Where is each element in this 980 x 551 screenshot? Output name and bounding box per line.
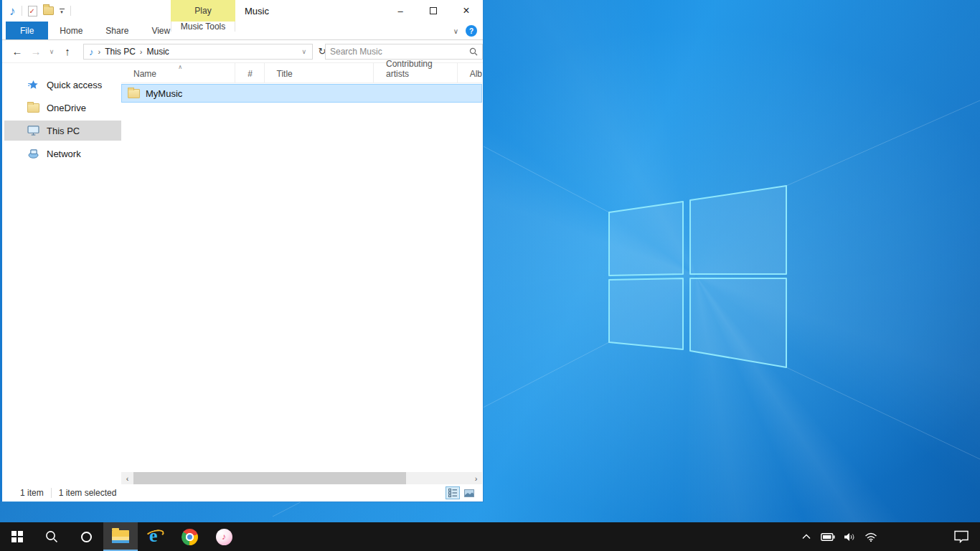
file-explorer-icon bbox=[112, 530, 129, 543]
file-explorer-taskbar-button[interactable] bbox=[103, 522, 138, 551]
taskbar-search-button[interactable] bbox=[34, 522, 69, 551]
chrome-button[interactable] bbox=[172, 522, 207, 551]
itunes-button[interactable]: ♪ bbox=[207, 522, 241, 551]
tab-music-tools[interactable]: Music Tools bbox=[171, 22, 235, 32]
tab-share[interactable]: Share bbox=[94, 22, 140, 39]
sidebar-item-this-pc[interactable]: This PC bbox=[4, 121, 121, 141]
column-contributing-artists[interactable]: Contributing artists bbox=[374, 63, 458, 83]
contextual-tab-group[interactable]: Play bbox=[171, 0, 235, 22]
separator bbox=[22, 6, 22, 16]
tab-home[interactable]: Home bbox=[48, 22, 94, 39]
onedrive-folder-icon bbox=[27, 103, 39, 113]
hidden-icons-chevron-icon[interactable] bbox=[798, 522, 815, 551]
breadcrumb-chevron: › bbox=[136, 47, 147, 56]
column-title[interactable]: Title bbox=[265, 63, 374, 83]
column-label: Contributing artists bbox=[386, 59, 457, 79]
properties-icon[interactable] bbox=[28, 6, 37, 17]
taskbar: e ♪ bbox=[0, 522, 980, 551]
titlebar: ♪ ▾ Play Music – × bbox=[2, 0, 483, 22]
cortana-button[interactable] bbox=[69, 522, 103, 551]
sidebar-label: Network bbox=[47, 149, 81, 159]
window-controls: – × bbox=[384, 0, 483, 22]
network-icon bbox=[27, 149, 39, 159]
window-title: Music bbox=[245, 0, 269, 22]
battery-icon[interactable] bbox=[819, 522, 837, 551]
navigation-pane: Quick access OneDrive This PC Network bbox=[4, 63, 121, 484]
scrollbar-thumb[interactable] bbox=[133, 472, 406, 484]
address-bar[interactable]: ♪ › This PC › Music ∨ bbox=[83, 44, 313, 60]
horizontal-scrollbar: ‹ › bbox=[121, 472, 482, 484]
details-view-button[interactable] bbox=[446, 486, 460, 499]
ribbon-right-controls: ∨ ? bbox=[453, 22, 477, 40]
column-album[interactable]: Alb bbox=[458, 63, 482, 83]
maximize-button[interactable] bbox=[417, 0, 450, 22]
scroll-left-icon[interactable]: ‹ bbox=[121, 474, 133, 483]
customize-qat-icon[interactable]: ▾ bbox=[60, 9, 65, 14]
music-note-window-icon: ♪ bbox=[9, 5, 16, 17]
selected-count: 1 item selected bbox=[59, 488, 117, 498]
internet-explorer-icon: e bbox=[146, 527, 164, 546]
sidebar-item-network[interactable]: Network bbox=[4, 143, 121, 164]
breadcrumb-music[interactable]: Music bbox=[147, 47, 169, 57]
up-icon[interactable]: ↑ bbox=[60, 45, 75, 57]
file-rows: MyMusic bbox=[121, 84, 482, 103]
view-toggles bbox=[446, 486, 482, 499]
search-icon bbox=[469, 47, 482, 56]
column-label: Alb bbox=[470, 69, 482, 79]
sort-ascending-icon: ∧ bbox=[178, 64, 182, 70]
file-name: MyMusic bbox=[146, 88, 182, 99]
breadcrumb-this-pc[interactable]: This PC bbox=[105, 47, 136, 57]
address-dropdown-icon[interactable]: ∨ bbox=[296, 48, 312, 55]
search-input[interactable] bbox=[326, 47, 469, 57]
status-left: 1 item 1 item selected bbox=[4, 488, 116, 498]
separator bbox=[51, 488, 52, 498]
search-icon bbox=[45, 530, 58, 543]
folder-icon bbox=[128, 89, 140, 98]
sidebar-item-onedrive[interactable]: OneDrive bbox=[4, 98, 121, 118]
forward-icon[interactable]: → bbox=[28, 45, 44, 57]
quick-access-toolbar: ♪ ▾ bbox=[9, 0, 71, 22]
separator bbox=[70, 6, 71, 16]
itunes-icon: ♪ bbox=[216, 529, 232, 545]
column-label: # bbox=[248, 69, 253, 79]
help-icon[interactable]: ? bbox=[466, 25, 477, 37]
sidebar-item-quick-access[interactable]: Quick access bbox=[4, 75, 121, 95]
this-pc-monitor-icon bbox=[27, 126, 39, 136]
internet-explorer-button[interactable]: e bbox=[138, 522, 172, 551]
breadcrumb-chevron: › bbox=[94, 47, 105, 56]
search-box bbox=[325, 44, 483, 60]
action-center-icon[interactable] bbox=[946, 522, 977, 551]
main-area: Quick access OneDrive This PC Network bbox=[4, 63, 482, 484]
sidebar-label: OneDrive bbox=[47, 103, 86, 113]
windows-logo-icon bbox=[11, 531, 23, 542]
recent-locations-icon[interactable]: ∨ bbox=[47, 48, 57, 55]
back-icon[interactable]: ← bbox=[9, 45, 25, 57]
column-label: Name bbox=[133, 69, 156, 79]
nav-arrows: ← → ∨ ↑ bbox=[2, 45, 75, 57]
sidebar-label: Quick access bbox=[47, 80, 102, 90]
file-explorer-window: ♪ ▾ Play Music – × File Home Share View … bbox=[0, 0, 484, 502]
ribbon-tabs: File Home Share View Music Tools ∨ ? bbox=[2, 22, 483, 40]
tab-file[interactable]: File bbox=[6, 22, 48, 39]
item-count: 1 item bbox=[20, 488, 44, 498]
volume-icon[interactable] bbox=[841, 522, 858, 551]
file-row-mymusic[interactable]: MyMusic bbox=[121, 84, 482, 103]
column-label: Title bbox=[277, 69, 293, 79]
ribbon-collapse-icon[interactable]: ∨ bbox=[453, 27, 458, 35]
column-number[interactable]: # bbox=[235, 63, 264, 83]
scroll-right-icon[interactable]: › bbox=[470, 474, 482, 483]
system-tray bbox=[798, 522, 980, 551]
large-icons-view-button[interactable] bbox=[462, 486, 476, 499]
close-button[interactable]: × bbox=[450, 0, 483, 22]
minimize-button[interactable]: – bbox=[384, 0, 417, 22]
scrollbar-track[interactable] bbox=[133, 472, 470, 484]
new-folder-icon[interactable] bbox=[43, 6, 54, 15]
sidebar-label: This PC bbox=[47, 126, 80, 136]
column-name[interactable]: Name ∧ bbox=[121, 63, 235, 83]
cortana-icon bbox=[81, 532, 92, 542]
wifi-icon[interactable] bbox=[862, 522, 880, 551]
file-list-area: Name ∧ # Title Contributing artists Alb bbox=[121, 63, 482, 484]
column-headers: Name ∧ # Title Contributing artists Alb bbox=[121, 63, 482, 83]
start-button[interactable] bbox=[0, 522, 34, 551]
chrome-icon bbox=[182, 529, 198, 545]
